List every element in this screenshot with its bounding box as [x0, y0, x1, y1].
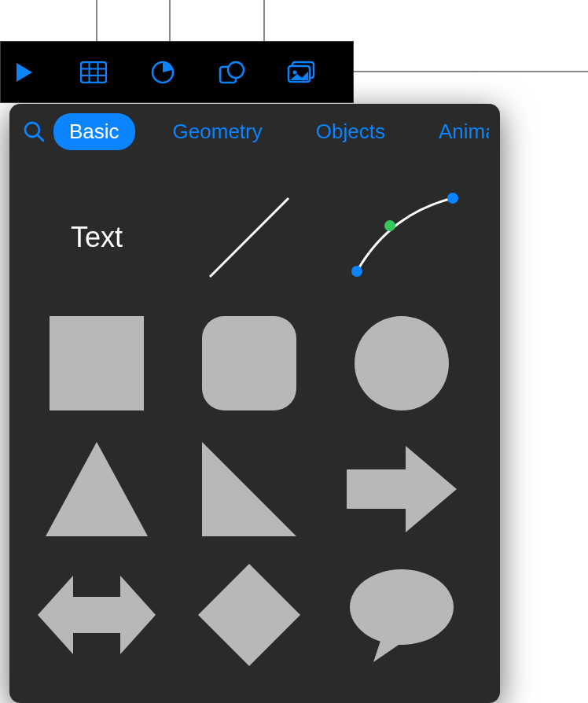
- svg-rect-18: [202, 316, 296, 410]
- shape-line[interactable]: [190, 182, 308, 293]
- shape-double-arrow[interactable]: [38, 560, 156, 670]
- tab-animals[interactable]: Animals: [423, 113, 489, 150]
- shape-icon: [219, 61, 245, 84]
- chart-icon: [151, 61, 175, 84]
- media-icon: [287, 61, 315, 84]
- right-triangle-icon: [202, 442, 296, 536]
- chart-button[interactable]: [149, 58, 177, 86]
- shape-circle[interactable]: [343, 308, 461, 418]
- play-icon: [15, 61, 34, 83]
- table-icon: [80, 61, 107, 83]
- shape-text[interactable]: Text: [38, 182, 156, 293]
- shape-square[interactable]: [38, 308, 156, 418]
- svg-point-7: [228, 62, 244, 78]
- speech-bubble-icon: [347, 568, 457, 662]
- svg-point-10: [293, 70, 297, 74]
- category-tabs: Basic Geometry Objects Animals Na: [53, 113, 489, 150]
- media-button[interactable]: [287, 58, 315, 86]
- shape-button[interactable]: [218, 58, 246, 86]
- svg-rect-17: [50, 316, 144, 410]
- shapes-grid: Text: [9, 159, 500, 703]
- svg-point-19: [355, 316, 449, 410]
- square-icon: [50, 316, 144, 410]
- shape-diamond[interactable]: [190, 560, 308, 670]
- shape-star[interactable]: [343, 686, 461, 703]
- shape-arrow-right[interactable]: [343, 434, 461, 544]
- curve-icon: [343, 186, 461, 289]
- callout-line: [354, 71, 588, 72]
- diamond-icon: [198, 564, 300, 666]
- shape-curve[interactable]: [343, 182, 461, 293]
- svg-line-13: [210, 198, 288, 277]
- tab-basic[interactable]: Basic: [53, 113, 135, 150]
- shape-right-triangle[interactable]: [190, 434, 308, 544]
- svg-point-14: [351, 266, 362, 277]
- tab-objects[interactable]: Objects: [300, 113, 401, 150]
- popover-header: Basic Geometry Objects Animals Na: [9, 104, 500, 159]
- double-arrow-icon: [38, 572, 156, 658]
- table-button[interactable]: [79, 58, 108, 86]
- shape-callout-rect[interactable]: [38, 686, 156, 703]
- toolbar: [0, 41, 354, 103]
- rounded-square-icon: [202, 316, 296, 410]
- tab-geometry[interactable]: Geometry: [157, 113, 278, 150]
- text-label: Text: [71, 221, 123, 254]
- play-button[interactable]: [10, 58, 39, 86]
- circle-icon: [355, 316, 449, 410]
- line-icon: [198, 186, 300, 289]
- svg-point-20: [350, 569, 454, 645]
- search-button[interactable]: [20, 118, 47, 145]
- svg-point-15: [384, 220, 395, 231]
- svg-rect-0: [81, 62, 106, 83]
- search-icon: [23, 120, 45, 142]
- svg-line-12: [38, 135, 43, 141]
- arrow-right-icon: [347, 442, 457, 536]
- shape-pentagon[interactable]: [190, 686, 308, 703]
- triangle-icon: [46, 442, 148, 536]
- shapes-popover: Basic Geometry Objects Animals Na Text: [9, 104, 500, 703]
- svg-point-16: [447, 193, 458, 204]
- shape-rounded-square[interactable]: [190, 308, 308, 418]
- shape-speech-bubble[interactable]: [343, 560, 461, 670]
- shape-triangle[interactable]: [38, 434, 156, 544]
